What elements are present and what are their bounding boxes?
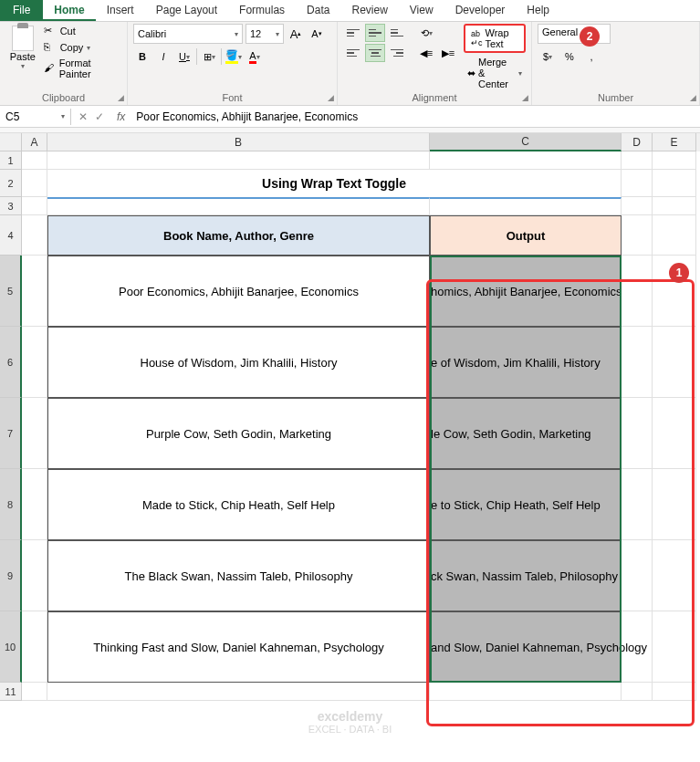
title-cell[interactable]: Using Wrap Text Toggle (47, 170, 622, 197)
decrease-font-button[interactable]: A▾ (308, 25, 326, 43)
align-center-button[interactable] (365, 44, 385, 62)
table-cell-c[interactable]: e of Wisdom, Jim Khalili, History (430, 327, 622, 398)
tab-help[interactable]: Help (516, 0, 560, 21)
underline-button[interactable]: U▾ (175, 47, 193, 66)
cell[interactable] (22, 197, 47, 215)
dialog-launcher-icon[interactable]: ◢ (690, 93, 696, 102)
cell[interactable] (653, 170, 696, 197)
table-cell-b[interactable]: Thinking Fast and Slow, Daniel Kahneman,… (47, 611, 430, 683)
cell[interactable] (22, 540, 47, 611)
align-bottom-button[interactable] (387, 24, 407, 42)
orientation-button[interactable]: ⟲▾ (416, 24, 436, 42)
cell[interactable] (653, 197, 696, 215)
align-left-button[interactable] (343, 44, 363, 62)
cell[interactable] (653, 151, 696, 170)
increase-font-button[interactable]: A▴ (287, 25, 305, 43)
cell[interactable] (430, 151, 622, 170)
row-header-2[interactable]: 2 (0, 170, 22, 197)
cell[interactable] (22, 398, 47, 469)
cell[interactable] (622, 398, 653, 469)
cell[interactable] (653, 540, 696, 611)
tab-formulas[interactable]: Formulas (228, 0, 296, 21)
table-cell-b[interactable]: Purple Cow, Seth Godin, Marketing (47, 398, 430, 469)
row-header-6[interactable]: 6 (0, 327, 22, 398)
row-header-3[interactable]: 3 (0, 197, 22, 215)
align-right-button[interactable] (387, 44, 407, 62)
increase-indent-button[interactable]: ▶≡ (438, 44, 458, 62)
row-header-7[interactable]: 7 (0, 398, 22, 469)
cell[interactable] (430, 197, 622, 215)
cell[interactable] (622, 683, 653, 701)
table-cell-b[interactable]: The Black Swan, Nassim Taleb, Philosophy (47, 540, 430, 611)
cell[interactable] (47, 683, 430, 701)
select-all-corner[interactable] (0, 133, 22, 151)
column-header-a[interactable]: A (22, 133, 47, 151)
number-format-select[interactable]: General (538, 24, 611, 44)
cell[interactable] (47, 197, 430, 215)
align-top-button[interactable] (343, 24, 363, 42)
table-cell-c[interactable]: and Slow, Daniel Kahneman, Psychology (430, 611, 622, 683)
dialog-launcher-icon[interactable]: ◢ (118, 93, 124, 102)
dialog-launcher-icon[interactable]: ◢ (328, 93, 334, 102)
cell[interactable] (622, 611, 653, 683)
row-header-5[interactable]: 5 (0, 256, 22, 327)
borders-button[interactable]: ⊞▾ (200, 47, 218, 66)
font-color-button[interactable]: A▾ (246, 47, 264, 66)
cell[interactable] (622, 327, 653, 398)
table-cell-b[interactable]: House of Wisdom, Jim Khalili, History (47, 327, 430, 398)
table-header-b[interactable]: Book Name, Author, Genre (47, 215, 430, 256)
column-header-d[interactable]: D (622, 133, 653, 151)
cell[interactable] (22, 469, 47, 540)
row-header-4[interactable]: 4 (0, 215, 22, 256)
column-header-c[interactable]: C (430, 133, 622, 151)
tab-view[interactable]: View (399, 0, 444, 21)
tab-data[interactable]: Data (296, 0, 340, 21)
cell[interactable] (653, 215, 696, 256)
tab-developer[interactable]: Developer (444, 0, 517, 21)
table-cell-b[interactable]: Poor Economics, Abhijit Banarjee, Econom… (47, 256, 430, 327)
cut-button[interactable]: ✂ Cut (44, 24, 121, 38)
tab-page-layout[interactable]: Page Layout (145, 0, 228, 21)
table-cell-c[interactable]: le Cow, Seth Godin, Marketing (430, 398, 622, 469)
table-header-c[interactable]: Output (430, 215, 622, 256)
row-header-1[interactable]: 1 (0, 151, 22, 170)
percent-format-button[interactable]: % (559, 47, 580, 66)
formula-input[interactable]: Poor Economics, Abhijit Banarjee, Econom… (131, 109, 700, 125)
row-header-10[interactable]: 10 (0, 611, 22, 683)
enter-formula-icon[interactable]: ✓ (95, 110, 104, 123)
decrease-indent-button[interactable]: ◀≡ (416, 44, 436, 62)
font-size-select[interactable]: 12 ▾ (246, 24, 284, 44)
cell[interactable] (653, 398, 696, 469)
column-header-b[interactable]: B (47, 133, 430, 151)
cell[interactable] (653, 469, 696, 540)
fx-icon[interactable]: fx (111, 110, 131, 123)
cell[interactable] (622, 540, 653, 611)
tab-home[interactable]: Home (43, 0, 95, 21)
tab-file[interactable]: File (0, 0, 43, 21)
copy-button[interactable]: ⎘ Copy ▾ (44, 40, 121, 55)
table-cell-b[interactable]: Made to Stick, Chip Heath, Self Help (47, 469, 430, 540)
cell[interactable] (22, 215, 47, 256)
cell[interactable] (22, 151, 47, 170)
cell[interactable] (653, 683, 696, 701)
cancel-formula-icon[interactable]: ✕ (78, 110, 88, 123)
cell[interactable] (22, 611, 47, 683)
cell[interactable] (622, 197, 653, 215)
cell[interactable] (653, 327, 696, 398)
tab-insert[interactable]: Insert (96, 0, 145, 21)
column-header-e[interactable]: E (653, 133, 696, 151)
comma-format-button[interactable]: , (581, 47, 601, 66)
cell[interactable] (22, 256, 47, 327)
cell[interactable] (622, 170, 653, 197)
cell[interactable] (22, 170, 47, 197)
cell[interactable] (47, 151, 430, 170)
row-header-9[interactable]: 9 (0, 540, 22, 611)
italic-button[interactable]: I (154, 47, 172, 66)
cell[interactable] (22, 683, 47, 701)
table-cell-c[interactable]: ck Swan, Nassim Taleb, Philosophy (430, 540, 622, 611)
font-name-select[interactable]: Calibri ▾ (133, 24, 243, 44)
row-header-8[interactable]: 8 (0, 469, 22, 540)
fill-color-button[interactable]: 🪣▾ (225, 47, 243, 66)
cell[interactable] (622, 256, 653, 327)
table-cell-c[interactable]: homics, Abhijit Banarjee, Economics (430, 256, 622, 327)
